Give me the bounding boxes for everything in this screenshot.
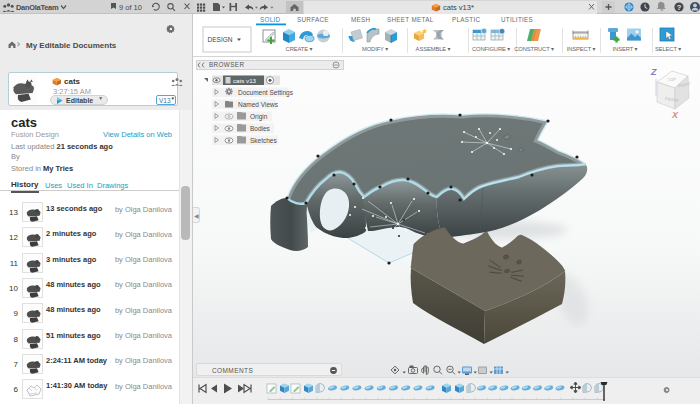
svg-text:SOLID: SOLID — [260, 16, 281, 23]
svg-text:SURFACE: SURFACE — [297, 16, 329, 23]
svg-text:INSPECT ▾: INSPECT ▾ — [567, 46, 596, 52]
svg-text:INSERT ▾: INSERT ▾ — [613, 46, 638, 52]
svg-text:DESIGN: DESIGN — [208, 36, 233, 43]
svg-text:ASSEMBLE ▾: ASSEMBLE ▾ — [416, 46, 451, 52]
svg-text:SHEET METAL: SHEET METAL — [387, 16, 434, 23]
svg-text:CONFIGURE ▾: CONFIGURE ▾ — [472, 46, 510, 52]
svg-text:MODIFY ▾: MODIFY ▾ — [362, 46, 388, 52]
svg-text:SELECT ▾: SELECT ▾ — [655, 46, 681, 52]
svg-text:CREATE ▾: CREATE ▾ — [286, 46, 313, 52]
svg-text:?: ? — [677, 3, 682, 12]
svg-text:Named Views: Named Views — [238, 101, 279, 108]
svg-text:Document Settings: Document Settings — [238, 89, 294, 97]
svg-text:Bodies: Bodies — [250, 125, 271, 132]
svg-text:Origin: Origin — [250, 113, 268, 121]
svg-text:CONSTRUCT ▾: CONSTRUCT ▾ — [514, 46, 554, 52]
svg-text:PLASTIC: PLASTIC — [452, 16, 480, 23]
svg-text:MESH: MESH — [351, 16, 371, 23]
svg-text:cats v13: cats v13 — [233, 77, 257, 84]
svg-text:UTILITIES: UTILITIES — [501, 16, 533, 23]
svg-text:BROWSER: BROWSER — [209, 61, 244, 68]
svg-text:My Editable Documents: My Editable Documents — [26, 41, 117, 50]
svg-text:Sketches: Sketches — [250, 137, 277, 144]
svg-text:Z: Z — [650, 67, 657, 77]
svg-text:X: X — [671, 110, 679, 120]
